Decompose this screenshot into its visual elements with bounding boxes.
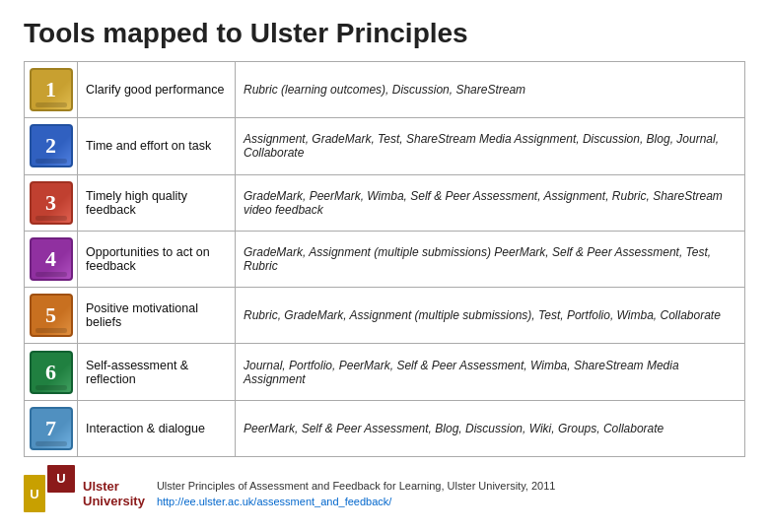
principle-cell-6: Self-assessment & reflection bbox=[78, 344, 236, 400]
tools-cell-4: GradeMark, Assignment (multiple submissi… bbox=[236, 231, 745, 287]
svg-text:U: U bbox=[30, 487, 38, 501]
table-row: 2Time and effort on taskAssignment, Grad… bbox=[25, 118, 745, 174]
logo-area: U U Ulster University bbox=[24, 465, 145, 522]
footer-url[interactable]: http://ee.ulster.ac.uk/assessment_and_fe… bbox=[157, 494, 556, 510]
block-cell-1: 1 bbox=[25, 62, 78, 118]
tools-cell-1: Rubric (learning outcomes), Discussion, … bbox=[236, 62, 745, 118]
svg-text:U: U bbox=[56, 471, 65, 486]
block-number-1: 1 bbox=[30, 68, 73, 111]
block-number-3: 3 bbox=[30, 181, 73, 225]
table-row: 3Timely high quality feedbackGradeMark, … bbox=[25, 174, 745, 231]
block-cell-6: 6 bbox=[25, 344, 78, 400]
tools-cell-2: Assignment, GradeMark, Test, ShareStream… bbox=[236, 118, 745, 174]
ulster-logo: U U bbox=[24, 465, 75, 522]
table-row: 5Positive motivational beliefsRubric, Gr… bbox=[25, 288, 745, 344]
principle-cell-3: Timely high quality feedback bbox=[78, 174, 236, 231]
block-number-6: 6 bbox=[30, 351, 73, 394]
tools-cell-7: PeerMark, Self & Peer Assessment, Blog, … bbox=[236, 400, 745, 456]
principle-cell-1: Clarify good performance bbox=[78, 62, 236, 118]
block-number-4: 4 bbox=[30, 237, 73, 281]
tools-cell-5: Rubric, GradeMark, Assignment (multiple … bbox=[236, 288, 745, 344]
footer-text: Ulster Principles of Assessment and Feed… bbox=[157, 478, 556, 510]
block-number-2: 2 bbox=[30, 124, 73, 167]
page-container: Tools mapped to Ulster Principles 1Clari… bbox=[0, 0, 769, 532]
principle-cell-2: Time and effort on task bbox=[78, 118, 236, 174]
logo-text: Ulster University bbox=[83, 479, 145, 508]
block-cell-5: 5 bbox=[25, 288, 78, 344]
principle-cell-5: Positive motivational beliefs bbox=[78, 288, 236, 344]
table-row: 6Self-assessment & reflectionJournal, Po… bbox=[25, 344, 745, 400]
block-number-7: 7 bbox=[30, 407, 73, 450]
block-cell-4: 4 bbox=[25, 231, 78, 287]
footer: U U Ulster University Ulster Principles … bbox=[24, 457, 745, 522]
principle-cell-4: Opportunities to act on feedback bbox=[78, 231, 236, 287]
block-number-5: 5 bbox=[30, 294, 73, 337]
footer-citation: Ulster Principles of Assessment and Feed… bbox=[157, 478, 556, 495]
page-title: Tools mapped to Ulster Principles bbox=[24, 18, 745, 49]
block-cell-3: 3 bbox=[25, 174, 78, 231]
principles-table: 1Clarify good performanceRubric (learnin… bbox=[24, 61, 745, 457]
tools-cell-3: GradeMark, PeerMark, Wimba, Self & Peer … bbox=[236, 174, 745, 231]
tools-cell-6: Journal, Portfolio, PeerMark, Self & Pee… bbox=[236, 344, 745, 400]
block-cell-7: 7 bbox=[25, 400, 78, 456]
table-row: 1Clarify good performanceRubric (learnin… bbox=[25, 62, 745, 118]
table-row: 4Opportunities to act on feedbackGradeMa… bbox=[25, 231, 745, 287]
principle-cell-7: Interaction & dialogue bbox=[78, 400, 236, 456]
table-row: 7Interaction & dialoguePeerMark, Self & … bbox=[25, 400, 745, 456]
block-cell-2: 2 bbox=[25, 118, 78, 174]
